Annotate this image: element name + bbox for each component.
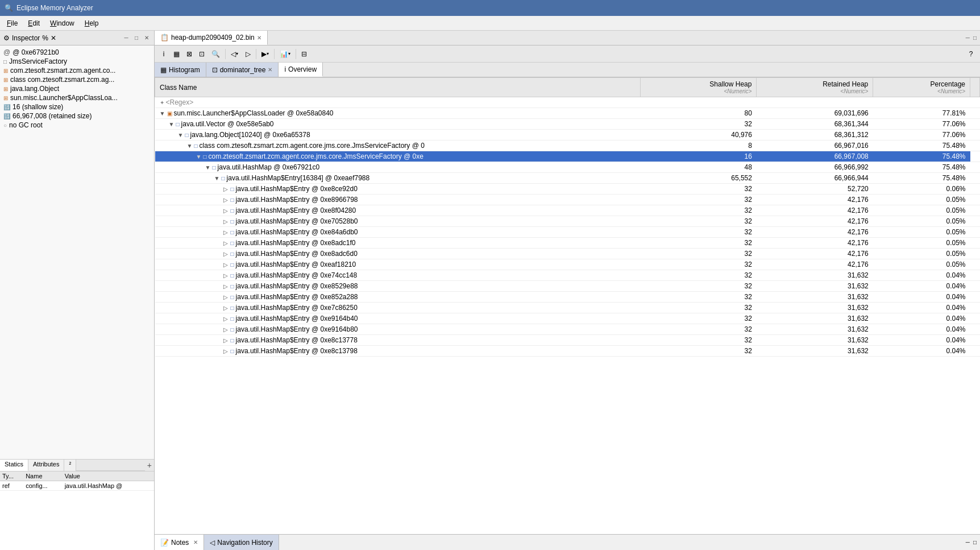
expand-icon[interactable]: ▼ (214, 175, 220, 181)
attr-row-0[interactable]: ref config... java.util.HashMap @ (0, 481, 154, 491)
tb-run-btn[interactable]: ▶ ▾ (259, 48, 272, 60)
expand-icon[interactable]: ▷ (223, 305, 229, 311)
view-tab-overview[interactable]: i Overview (279, 63, 323, 77)
expand-icon[interactable]: ▼ (169, 121, 175, 127)
tab-statics[interactable]: Statics (0, 460, 28, 471)
tb-dominators-btn[interactable]: ⊠ (184, 48, 195, 60)
expand-icon[interactable]: ▷ (223, 240, 229, 246)
table-cell-shallow: 32 (640, 335, 757, 346)
win-minimize-btn[interactable]: ─ (966, 35, 970, 41)
bottom-tab-nav-history[interactable]: ◁ Navigation History (204, 535, 279, 550)
expand-icon[interactable]: ▷ (223, 229, 229, 235)
expand-icon[interactable]: ▼ (178, 132, 184, 138)
table-cell-classname: ▼□java.util.HashMap @ 0xe67921c0 (155, 162, 641, 173)
table-row[interactable]: ▼□java.util.Vector @ 0xe58e5ab03268,361,… (155, 119, 980, 130)
expand-icon[interactable]: ▷ (223, 218, 229, 225)
table-row[interactable]: ▷□java.util.HashMap$Entry @ 0xe8c1377832… (155, 335, 980, 346)
expand-icon[interactable]: ▷ (223, 197, 229, 203)
regex-filter-icon: ✦ (160, 100, 164, 106)
inspector-item-2[interactable]: ⊞ class com.ztesoft.zsmart.zcm.ag... (3, 75, 151, 84)
table-row[interactable]: ▷□java.util.HashMap$Entry @ 0xe7c8625032… (155, 303, 980, 313)
attributes-table: Ty... Name Value ref config... java.util… (0, 472, 154, 491)
expand-icon[interactable]: ▼ (196, 154, 202, 160)
inspector-close-btn[interactable]: ✕ (143, 34, 151, 42)
table-row[interactable]: ▷□java.util.HashMap$Entry @ 0xe896679832… (155, 195, 980, 205)
table-row[interactable]: ✦<Regex> (155, 97, 980, 108)
expand-icon[interactable]: ▼ (160, 110, 165, 117)
menu-file[interactable]: File (2, 18, 22, 28)
table-row[interactable]: ▼▣sun.misc.Launcher$AppClassLoader @ 0xe… (155, 108, 980, 119)
table-row[interactable]: ▷□java.util.HashMap$Entry @ 0xe70528b032… (155, 216, 980, 227)
inspector-item-0[interactable]: □ JmsServiceFactory (3, 57, 151, 66)
expand-icon[interactable]: ▷ (223, 186, 229, 192)
tb-histogram-btn[interactable]: ▦ (171, 48, 182, 60)
statics-add-btn[interactable]: + (145, 460, 154, 471)
doc-icon: □ (231, 294, 234, 300)
inspector-maximize-btn[interactable]: □ (132, 34, 140, 42)
heap-tab-close-btn[interactable]: ✕ (257, 35, 261, 41)
bottom-maximize-btn[interactable]: □ (973, 539, 977, 545)
col-header-retained[interactable]: Retained Heap <Numeric> (757, 78, 873, 97)
table-row[interactable]: ▼□java.util.HashMap @ 0xe67921c04866,966… (155, 162, 980, 173)
table-row[interactable]: ▷□java.util.HashMap$Entry @ 0xe852a28832… (155, 292, 980, 303)
tb-info-btn[interactable]: i (158, 48, 169, 60)
col-header-pct[interactable]: Percentage <Numeric> (873, 78, 970, 97)
expand-icon[interactable]: ▼ (205, 164, 211, 171)
expand-icon[interactable]: ▷ (223, 316, 229, 322)
bottom-minimize-btn[interactable]: ─ (966, 539, 970, 545)
tb-forward-btn[interactable]: ▷ (242, 48, 254, 60)
table-row[interactable]: ▷□java.util.HashMap$Entry @ 0xe8529e8832… (155, 281, 980, 292)
table-cell-shallow: 8 (640, 140, 757, 151)
col-header-shallow[interactable]: Shallow Heap <Numeric> (640, 78, 757, 97)
expand-icon[interactable]: ▷ (223, 294, 229, 300)
inspector-minimize-btn[interactable]: ─ (122, 34, 130, 42)
heap-dump-tab[interactable]: 📋 heap-dump2090409_02.bin ✕ (155, 31, 268, 45)
inspector-item-4[interactable]: ⊞ sun.misc.Launcher$AppClassLoa... (3, 93, 151, 102)
tb-stats-btn[interactable]: ⊟ (298, 48, 310, 60)
size-icon-6: 🔢 (3, 113, 10, 119)
expand-icon[interactable]: ▷ (223, 348, 229, 354)
table-row[interactable]: ▷□java.util.HashMap$Entry @ 0xe8ce92d032… (155, 184, 980, 195)
table-cell-pct: 0.05% (873, 259, 970, 270)
tb-help-btn[interactable]: ? (965, 48, 977, 60)
expand-icon[interactable]: ▷ (223, 251, 229, 257)
expand-icon[interactable]: ▷ (223, 262, 229, 268)
table-row[interactable]: ▷□java.util.HashMap$Entry @ 0xeaf1821032… (155, 259, 980, 270)
expand-icon[interactable]: ▷ (223, 272, 229, 279)
table-row[interactable]: ▷□java.util.HashMap$Entry @ 0xe9164b4032… (155, 313, 980, 324)
inspector-item-3[interactable]: ⊞ java.lang.Object (3, 84, 151, 93)
dominator-tab-close-btn[interactable]: ✕ (268, 67, 272, 73)
tab-extra[interactable]: ² (64, 460, 76, 471)
expand-icon[interactable]: ▷ (223, 208, 229, 214)
expand-icon[interactable]: ▷ (223, 283, 229, 290)
expand-icon[interactable]: ▼ (187, 143, 193, 149)
inspector-gear-icon[interactable]: ⚙ (3, 34, 10, 42)
menu-edit[interactable]: Edit (23, 18, 44, 28)
table-row[interactable]: ▷□java.util.HashMap$Entry @ 0xe8adc6d032… (155, 249, 980, 259)
table-row[interactable]: ▷□java.util.HashMap$Entry @ 0xe8adc1f032… (155, 238, 980, 249)
table-row[interactable]: ▷□java.util.HashMap$Entry @ 0xe8f0428032… (155, 205, 980, 216)
table-row[interactable]: ▷□java.util.HashMap$Entry @ 0xe8c1379832… (155, 346, 980, 357)
tb-chart-btn[interactable]: 📊 ▾ (277, 48, 293, 60)
table-row[interactable]: ▼□java.util.HashMap$Entry[16384] @ 0xeae… (155, 173, 980, 184)
expand-icon[interactable]: ▷ (223, 326, 229, 333)
inspector-item-1[interactable]: ⊞ com.ztesoft.zsmart.zcm.agent.co... (3, 66, 151, 75)
tb-back-btn[interactable]: ◁ ▾ (228, 48, 241, 60)
win-maximize-btn[interactable]: □ (973, 35, 977, 41)
expand-icon[interactable]: ▷ (223, 337, 229, 344)
menu-window[interactable]: Window (45, 18, 79, 28)
table-row[interactable]: ▷□java.util.HashMap$Entry @ 0xe74cc14832… (155, 270, 980, 281)
menu-help[interactable]: Help (80, 18, 103, 28)
col-header-classname[interactable]: Class Name (155, 78, 641, 97)
table-row[interactable]: ▼□java.lang.Object[10240] @ 0xe6a6537840… (155, 130, 980, 140)
table-row[interactable]: ▷□java.util.HashMap$Entry @ 0xe9164b8032… (155, 324, 980, 335)
tb-queries-btn[interactable]: ⊡ (196, 48, 207, 60)
tb-find-btn[interactable]: 🔍 (209, 48, 223, 60)
table-row[interactable]: ▼□com.ztesoft.zsmart.zcm.agent.core.jms.… (155, 151, 980, 162)
table-row[interactable]: ▷□java.util.HashMap$Entry @ 0xe84a6db032… (155, 227, 980, 238)
view-tab-histogram[interactable]: ▦ Histogram (155, 63, 206, 77)
tab-attributes[interactable]: Attributes (28, 460, 64, 471)
view-tab-dominator[interactable]: ⊡ dominator_tree ✕ (206, 63, 279, 77)
table-row[interactable]: ▼□class com.ztesoft.zsmart.zcm.agent.cor… (155, 140, 980, 151)
bottom-tab-notes[interactable]: 📝 Notes ✕ (155, 535, 204, 550)
